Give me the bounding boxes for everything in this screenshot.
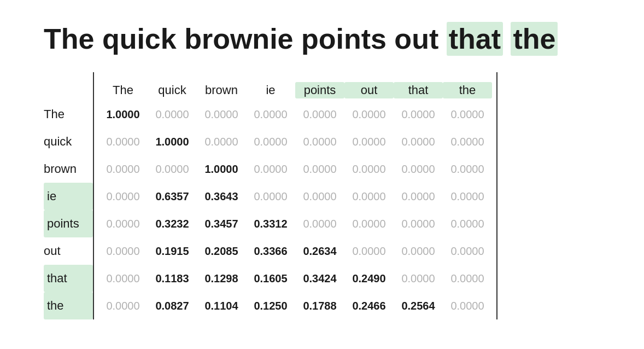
cell-the-out: 0.2466 [344,300,394,312]
cell-points-quick: 0.3232 [148,218,197,230]
cell-The-brown: 0.0000 [197,108,246,121]
row-label-quick: quick [44,128,93,155]
matrix-table: Thequickbrowniepointsoutthatthe Thequick… [44,72,600,319]
matrix-section: Thequickbrowniepointsoutthatthe 1.00000.… [93,72,497,319]
cell-ie-the: 0.0000 [443,190,492,203]
page-container: The quick brownie points out that the Th… [44,22,600,319]
cell-The-ie: 0.0000 [246,108,295,121]
col-header-brown: brown [197,82,246,98]
cell-out-points: 0.2634 [295,245,344,258]
cell-out-that: 0.0000 [394,245,443,258]
cell-The-out: 0.0000 [344,108,394,121]
cell-quick-ie: 0.0000 [246,136,295,148]
cell-points-points: 0.0000 [295,218,344,230]
cell-that-The: 0.0000 [98,272,148,285]
cell-points-ie: 0.3312 [246,218,295,230]
cell-quick-the: 0.0000 [443,136,492,148]
cell-out-The: 0.0000 [98,245,148,258]
cell-quick-points: 0.0000 [295,136,344,148]
cell-out-brown: 0.2085 [197,245,246,258]
col-header-the: the [443,82,492,98]
cell-ie-points: 0.0000 [295,190,344,203]
title-section: The quick brownie points out that the [44,22,600,56]
cell-that-that: 0.0000 [394,272,443,285]
cell-ie-quick: 0.6357 [148,190,197,203]
cell-points-that: 0.0000 [394,218,443,230]
cell-the-The: 0.0000 [98,300,148,312]
cell-The-points: 0.0000 [295,108,344,121]
cell-that-the: 0.0000 [443,272,492,285]
cell-brown-the: 0.0000 [443,163,492,176]
col-header-The: The [98,82,148,98]
cell-ie-The: 0.0000 [98,190,148,203]
title-highlight-the: the [511,22,558,56]
matrix-row-that: 0.00000.11830.12980.16050.34240.24900.00… [98,265,492,292]
matrix-row-The: 1.00000.00000.00000.00000.00000.00000.00… [98,101,492,128]
row-labels: Thequickbrowniepointsoutthatthe [44,72,93,319]
col-header-that: that [394,82,443,98]
row-label-The: The [44,101,93,128]
row-label-points: points [44,210,93,237]
cell-brown-out: 0.0000 [344,163,394,176]
cell-that-ie: 0.1605 [246,272,295,285]
title-text: The quick brownie points out that the [44,22,558,56]
row-label-out: out [44,237,93,265]
matrix-row-out: 0.00000.19150.20850.33660.26340.00000.00… [98,237,492,265]
cell-that-points: 0.3424 [295,272,344,285]
cell-the-quick: 0.0827 [148,300,197,312]
cell-The-the: 0.0000 [443,108,492,121]
matrix-body: 1.00000.00000.00000.00000.00000.00000.00… [98,101,492,319]
col-header-points: points [295,82,344,98]
col-header-quick: quick [148,82,197,98]
matrix-row-the: 0.00000.08270.11040.12500.17880.24660.25… [98,292,492,319]
cell-brown-The: 0.0000 [98,163,148,176]
matrix-row-points: 0.00000.32320.34570.33120.00000.00000.00… [98,210,492,237]
matrix-row-quick: 0.00001.00000.00000.00000.00000.00000.00… [98,128,492,155]
cell-ie-out: 0.0000 [344,190,394,203]
col-header-ie: ie [246,82,295,98]
cell-brown-ie: 0.0000 [246,163,295,176]
cell-ie-ie: 0.0000 [246,190,295,203]
cell-out-ie: 0.3366 [246,245,295,258]
row-label-that: that [44,265,93,292]
cell-The-that: 0.0000 [394,108,443,121]
cell-quick-quick: 1.0000 [148,136,197,148]
cell-out-quick: 0.1915 [148,245,197,258]
cell-the-points: 0.1788 [295,300,344,312]
matrix-row-ie: 0.00000.63570.36430.00000.00000.00000.00… [98,183,492,210]
cell-quick-out: 0.0000 [344,136,394,148]
cell-that-out: 0.2490 [344,272,394,285]
cell-brown-quick: 0.0000 [148,163,197,176]
cell-the-ie: 0.1250 [246,300,295,312]
cell-brown-points: 0.0000 [295,163,344,176]
cell-the-brown: 0.1104 [197,300,246,312]
cell-quick-The: 0.0000 [98,136,148,148]
cell-ie-that: 0.0000 [394,190,443,203]
cell-that-quick: 0.1183 [148,272,197,285]
row-label-brown: brown [44,155,93,183]
cell-points-The: 0.0000 [98,218,148,230]
cell-points-the: 0.0000 [443,218,492,230]
cell-the-that: 0.2564 [394,300,443,312]
cell-brown-that: 0.0000 [394,163,443,176]
cell-out-out: 0.0000 [344,245,394,258]
col-header-out: out [344,82,394,98]
cell-ie-brown: 0.3643 [197,190,246,203]
cell-that-brown: 0.1298 [197,272,246,285]
row-label-ie: ie [44,183,93,210]
cell-The-quick: 0.0000 [148,108,197,121]
matrix-row-brown: 0.00000.00001.00000.00000.00000.00000.00… [98,155,492,183]
cell-the-the: 0.0000 [443,300,492,312]
cell-points-out: 0.0000 [344,218,394,230]
title-highlight-that: that [447,22,503,56]
cell-out-the: 0.0000 [443,245,492,258]
col-headers: Thequickbrowniepointsoutthatthe [98,72,492,101]
row-label-the: the [44,292,93,319]
cell-quick-that: 0.0000 [394,136,443,148]
cell-The-The: 1.0000 [98,108,148,121]
cell-brown-brown: 1.0000 [197,163,246,176]
cell-points-brown: 0.3457 [197,218,246,230]
cell-quick-brown: 0.0000 [197,136,246,148]
